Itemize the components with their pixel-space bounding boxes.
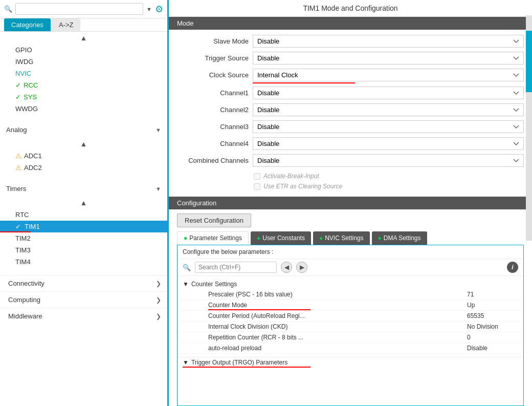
clock-source-label: Clock Source: [177, 71, 249, 79]
channel1-label: Channel1: [177, 89, 249, 97]
info-btn[interactable]: i: [507, 262, 518, 273]
tim4-label: TIM4: [15, 258, 31, 266]
trigger-source-select[interactable]: Disable: [253, 52, 524, 65]
middleware-label: Middleware: [8, 312, 42, 320]
ckd-param-value: No Division: [467, 323, 518, 330]
sidebar-item-sys[interactable]: ✓ SYS: [0, 91, 167, 103]
prescaler-param-value: 71: [467, 291, 518, 298]
channel4-select[interactable]: Disable: [253, 137, 524, 150]
wwdg-label: WWDG: [15, 105, 38, 113]
reset-configuration-button[interactable]: Reset Configuration: [177, 213, 251, 227]
scroll-up-btn[interactable]: ▲: [0, 32, 167, 44]
analog-section-header[interactable]: Analog ▼: [0, 122, 167, 138]
trigger-toggle-icon[interactable]: ▼: [183, 359, 189, 366]
combined-channels-label: Combined Channels: [177, 157, 249, 164]
param-row-prescaler: Prescaler (PSC - 16 bits value) 71: [178, 289, 523, 300]
computing-chevron-icon: ❯: [156, 296, 161, 304]
sidebar-tab-bar: Categories A->Z: [0, 18, 167, 32]
tim2-label: TIM2: [15, 234, 31, 242]
sidebar-item-iwdg[interactable]: IWDG: [0, 56, 167, 68]
sys-label: SYS: [24, 93, 37, 101]
sidebar-item-tim2[interactable]: TIM2: [0, 232, 167, 244]
channel4-label: Channel4: [177, 140, 249, 147]
slave-mode-select[interactable]: Disable: [253, 35, 524, 48]
sidebar-item-adc2[interactable]: ⚠ ADC2: [0, 162, 167, 174]
param-search-input[interactable]: [195, 262, 277, 273]
sidebar-item-rcc[interactable]: ✓ RCC: [0, 79, 167, 91]
config-section: Reset Configuration ● Parameter Settings…: [169, 209, 532, 406]
analog-scroll-up[interactable]: ▲: [0, 138, 167, 150]
tab-nvic-settings[interactable]: ● NVIC Settings: [313, 231, 370, 245]
adc1-label: ADC1: [24, 152, 42, 160]
counter-mode-param-name: Counter Mode: [208, 302, 467, 309]
tab-categories[interactable]: Categories: [4, 18, 51, 31]
analog-chevron-icon: ▼: [156, 127, 161, 133]
slave-mode-label: Slave Mode: [177, 37, 249, 45]
repetition-param-value: 0: [467, 334, 518, 341]
channel2-label: Channel2: [177, 106, 249, 114]
nvic-tab-label: NVIC Settings: [325, 234, 363, 242]
tim1-label: TIM1: [25, 223, 40, 230]
timers-label: Timers: [6, 185, 26, 193]
counter-mode-param-value: Up: [467, 302, 518, 309]
nvic-tab-check-icon: ●: [319, 234, 323, 242]
trigger-source-row: Trigger Source Disable: [177, 52, 524, 65]
timers-scroll-up[interactable]: ▲: [0, 197, 167, 209]
sidebar-item-adc1[interactable]: ⚠ ADC1: [0, 150, 167, 162]
clock-source-select[interactable]: Internal Clock: [253, 69, 524, 81]
autoreload-param-value: Disable: [467, 345, 518, 352]
sidebar-item-tim1[interactable]: ✓ TIM1: [0, 221, 167, 232]
channel1-select[interactable]: Disable: [253, 87, 524, 99]
gpio-label: GPIO: [15, 46, 32, 54]
timers-section-header[interactable]: Timers ▼: [0, 181, 167, 197]
right-scrollbar[interactable]: [526, 15, 532, 241]
ckd-param-name: Internal Clock Division (CKD): [208, 323, 467, 330]
sidebar-item-tim3[interactable]: TIM3: [0, 244, 167, 256]
trigger-output-header[interactable]: ▼ Trigger Output (TRGO) Parameters: [178, 357, 523, 368]
middleware-section-header[interactable]: Middleware ❯: [0, 308, 167, 324]
channel3-select[interactable]: Disable: [253, 120, 524, 133]
computing-section-header[interactable]: Computing ❯: [0, 291, 167, 308]
combined-channels-select[interactable]: Disable: [253, 154, 524, 167]
counter-toggle-icon[interactable]: ▼: [183, 281, 189, 288]
channel3-row: Channel3 Disable: [177, 120, 524, 133]
adc1-warning-icon: ⚠: [15, 152, 21, 160]
tab-atoz[interactable]: A->Z: [52, 18, 81, 31]
channel2-select[interactable]: Disable: [253, 103, 524, 116]
param-row-counter-period: Counter Period (AutoReload Regi... 65535: [178, 311, 523, 322]
tab-dma-settings[interactable]: ● DMA Settings: [372, 231, 427, 245]
gear-icon[interactable]: ⚙: [155, 4, 163, 15]
counter-settings-header[interactable]: ▼ Counter Settings: [178, 279, 523, 289]
sidebar-item-gpio[interactable]: GPIO: [0, 44, 167, 56]
counter-settings-label: Counter Settings: [191, 281, 237, 288]
tab-user-constants[interactable]: ● User Constants: [251, 231, 311, 245]
param-row-autoreload: auto-reload preload Disable: [178, 343, 523, 354]
sidebar-item-rtc[interactable]: RTC: [0, 209, 167, 221]
rcc-check-icon: ✓: [15, 81, 21, 89]
connectivity-section-header[interactable]: Connectivity ❯: [0, 275, 167, 291]
counter-period-param-value: 65535: [467, 312, 518, 319]
search-input[interactable]: [15, 3, 143, 15]
repetition-param-name: Repetition Counter (RCR - 8 bits ...: [208, 334, 467, 341]
timers-chevron-icon: ▼: [156, 186, 161, 192]
sidebar: 🔍 ▼ ⚙ Categories A->Z ▲ GPIO IWDG NVIC ✓…: [0, 0, 169, 406]
nav-next-btn[interactable]: ▶: [296, 262, 307, 273]
computing-label: Computing: [8, 296, 40, 304]
nav-prev-btn[interactable]: ◀: [281, 262, 292, 273]
tab-parameter-settings[interactable]: ● Parameter Settings: [177, 231, 249, 245]
sidebar-item-wwdg[interactable]: WWDG: [0, 103, 167, 115]
clock-source-underline: [253, 82, 355, 83]
sys-check-icon: ✓: [15, 93, 21, 101]
user-tab-label: User Constants: [262, 234, 305, 242]
use-etr-checkbox[interactable]: [254, 183, 260, 190]
config-section-header: Configuration: [169, 197, 532, 209]
param-row-repetition: Repetition Counter (RCR - 8 bits ... 0: [178, 332, 523, 343]
channel3-label: Channel3: [177, 123, 249, 131]
sidebar-item-tim4[interactable]: TIM4: [0, 256, 167, 268]
sidebar-item-nvic[interactable]: NVIC: [0, 68, 167, 79]
connectivity-chevron-icon: ❯: [156, 280, 161, 287]
activate-break-label: Activate-Break-Input: [263, 173, 319, 180]
channel2-row: Channel2 Disable: [177, 103, 524, 116]
param-tab-check-icon: ●: [184, 234, 187, 242]
activate-break-checkbox[interactable]: [254, 173, 260, 180]
